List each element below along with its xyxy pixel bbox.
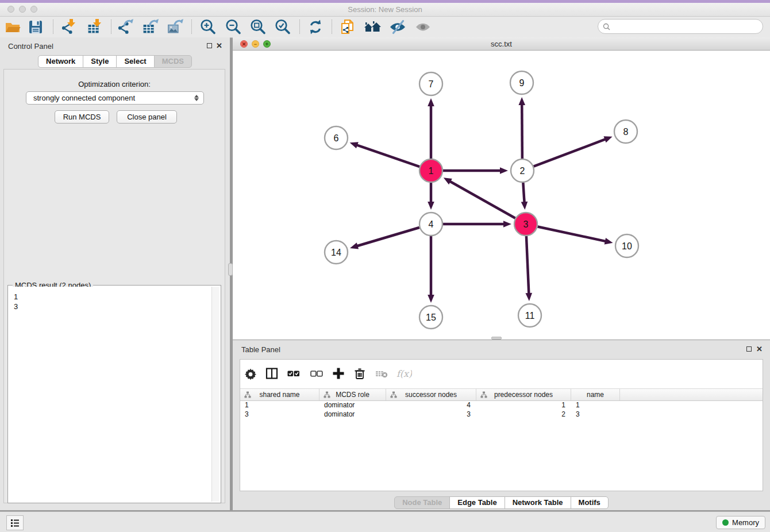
column-header-shared-name[interactable]: shared name: [240, 389, 319, 400]
graph-node-9[interactable]: 9: [510, 71, 533, 94]
float-panel-icon[interactable]: [207, 43, 212, 48]
graph-edge-2-3[interactable]: [523, 183, 524, 203]
show-panel-icon[interactable]: [413, 18, 433, 36]
table-cell[interactable]: dominator: [319, 400, 386, 410]
panel-divider-handle[interactable]: [228, 263, 233, 276]
search-input[interactable]: [613, 20, 763, 33]
edge-arrowhead-icon: [518, 97, 525, 105]
tab-mcds[interactable]: MCDS: [154, 55, 192, 68]
column-header-successor-nodes[interactable]: successor nodes: [386, 389, 476, 400]
deselect-all-icon[interactable]: [309, 366, 325, 381]
network-canvas[interactable]: 7968124314101511: [233, 51, 770, 340]
table-tab-node-table[interactable]: Node Table: [394, 496, 450, 509]
graph-node-6[interactable]: 6: [325, 126, 348, 149]
table-settings-icon[interactable]: [242, 366, 259, 381]
table-cell[interactable]: dominator: [319, 410, 386, 419]
table-tab-motifs[interactable]: Motifs: [571, 496, 609, 509]
table-close-panel-icon[interactable]: ✕: [756, 346, 763, 353]
graph-node-7[interactable]: 7: [419, 72, 442, 95]
graph-edge-2-8[interactable]: [534, 139, 607, 167]
select-all-icon[interactable]: [286, 366, 302, 381]
graph-edge-1-6[interactable]: [356, 145, 419, 167]
close-panel-button[interactable]: Close panel: [117, 110, 177, 124]
graph-edge-2-9[interactable]: [522, 103, 522, 159]
graph-node-2[interactable]: 2: [511, 159, 534, 182]
hide-panel-icon[interactable]: [388, 18, 407, 36]
graph-edge-3-10[interactable]: [538, 226, 607, 241]
result-scrollbar[interactable]: [211, 287, 220, 502]
graph-edge-4-14[interactable]: [356, 228, 419, 246]
graph-node-1[interactable]: 1: [419, 159, 442, 182]
save-session-icon[interactable]: [26, 18, 45, 36]
table-cell[interactable]: 1: [571, 400, 620, 410]
edge-arrowhead-icon: [428, 98, 434, 106]
network-overview-icon[interactable]: [363, 18, 382, 36]
import-network-icon[interactable]: [59, 18, 79, 36]
table-cell[interactable]: 4: [386, 400, 476, 410]
main-toolbar: [0, 17, 770, 38]
search-box[interactable]: [598, 19, 763, 34]
task-list-icon: [10, 518, 20, 528]
export-table-icon[interactable]: [141, 18, 160, 36]
zoom-fit-icon[interactable]: [248, 18, 268, 36]
add-row-icon[interactable]: [330, 366, 346, 381]
open-session-icon[interactable]: [3, 18, 22, 36]
mcds-result-value: 3: [14, 302, 220, 311]
zoom-selected-icon[interactable]: [273, 18, 292, 36]
graph-node-4[interactable]: 4: [419, 213, 442, 236]
tab-style[interactable]: Style: [83, 55, 117, 68]
zoom-in-icon[interactable]: [198, 18, 218, 36]
optimization-criterion-select[interactable]: strongly connected component: [26, 91, 204, 105]
svg-text:8: 8: [623, 127, 629, 137]
import-table-icon[interactable]: [85, 18, 105, 36]
svg-text:15: 15: [426, 313, 436, 322]
tab-select[interactable]: Select: [116, 55, 154, 68]
run-mcds-button[interactable]: Run MCDS: [55, 110, 109, 124]
table-float-panel-icon[interactable]: [746, 346, 752, 352]
memory-button[interactable]: Memory: [716, 516, 765, 529]
toolbar-separator: [332, 20, 332, 34]
column-visibility-icon[interactable]: [264, 366, 280, 381]
graph-edge-3-1[interactable]: [449, 181, 515, 218]
window-resize-handle[interactable]: [491, 337, 502, 340]
table-row[interactable]: 3dominator323: [240, 410, 763, 419]
graph-node-10[interactable]: 10: [615, 234, 638, 257]
table-row[interactable]: 1dominator411: [240, 400, 763, 410]
svg-text:3: 3: [523, 219, 529, 229]
edge-arrowhead-icon: [350, 242, 359, 249]
graph-node-11[interactable]: 11: [518, 304, 541, 327]
table-tab-edge-table[interactable]: Edge Table: [449, 496, 505, 509]
svg-text:4: 4: [429, 219, 434, 229]
zoom-out-icon[interactable]: [224, 18, 243, 36]
table-tab-network-table[interactable]: Network Table: [505, 496, 571, 509]
table-cell[interactable]: 3: [386, 410, 476, 419]
table-tabs: Node TableEdge TableNetwork TableMotifs: [233, 496, 770, 509]
svg-text:7: 7: [429, 79, 434, 89]
graph-node-14[interactable]: 14: [325, 241, 348, 264]
graph-node-3[interactable]: 3: [514, 213, 537, 236]
control-panel: Control Panel ✕ NetworkStyleSelectMCDS O…: [0, 37, 230, 510]
table-cell[interactable]: 1: [240, 400, 319, 410]
export-network-icon[interactable]: [116, 18, 135, 36]
delete-row-icon[interactable]: [352, 366, 368, 381]
column-header-name[interactable]: name: [571, 389, 620, 400]
graph-node-15[interactable]: 15: [419, 306, 442, 329]
column-header-mcds-role[interactable]: MCDS role: [319, 389, 386, 400]
graph-edge-3-11[interactable]: [526, 236, 529, 295]
graph-node-8[interactable]: 8: [614, 120, 637, 143]
column-header-predecessor-nodes[interactable]: predecessor nodes: [476, 389, 571, 400]
duplicate-network-icon[interactable]: [338, 18, 357, 36]
task-history-button[interactable]: [6, 515, 24, 530]
table-cell[interactable]: 2: [476, 410, 571, 419]
column-edit-icon: [324, 391, 330, 400]
edge-arrowhead-icon: [605, 238, 613, 244]
table-cell[interactable]: 3: [571, 410, 620, 419]
refresh-layout-icon[interactable]: [306, 18, 325, 36]
export-image-icon[interactable]: [165, 18, 185, 36]
table-cell[interactable]: 1: [476, 400, 571, 410]
table-cell[interactable]: 3: [240, 410, 319, 419]
toolbar-separator: [53, 20, 53, 34]
function-builder-icon: f(x): [396, 366, 412, 381]
close-panel-icon[interactable]: ✕: [216, 43, 222, 49]
tab-network[interactable]: Network: [38, 55, 83, 68]
